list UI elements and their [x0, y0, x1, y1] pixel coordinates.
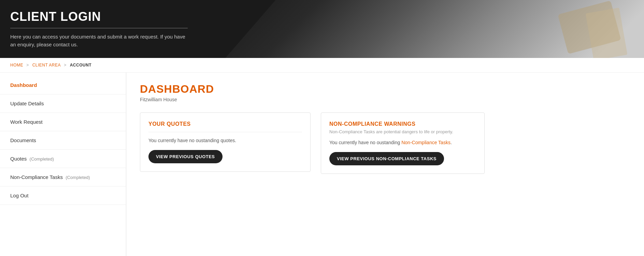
- dashboard-title: DASHBOARD: [140, 83, 630, 95]
- sidebar-item-quotes-label: Quotes: [10, 156, 27, 162]
- sidebar-item-dashboard-label: Dashboard: [10, 82, 37, 88]
- breadcrumb-home[interactable]: HOME: [10, 63, 23, 67]
- sidebar-item-non-compliance-label: Non-Compliance Tasks: [10, 174, 63, 180]
- header-subtitle: Here you can access your documents and s…: [10, 33, 188, 48]
- quotes-card: YOUR QUOTES You currently have no oustan…: [140, 112, 311, 172]
- sidebar-item-non-compliance[interactable]: Non-Compliance Tasks (Completed): [0, 168, 126, 186]
- sidebar-item-update-details-label: Update Details: [10, 101, 44, 106]
- sidebar-item-quotes[interactable]: Quotes (Completed): [0, 150, 126, 168]
- sidebar-item-logout-label: Log Out: [10, 193, 28, 198]
- sidebar-item-dashboard[interactable]: Dashboard: [0, 76, 126, 94]
- view-previous-non-compliance-button[interactable]: VIEW PREVIOUS NON-COMPLIANCE TASKS: [329, 152, 444, 165]
- header-image: [225, 0, 644, 58]
- header-divider: [10, 28, 188, 28]
- sidebar-item-documents[interactable]: Documents: [0, 131, 126, 150]
- sidebar-item-work-request-label: Work Request: [10, 119, 43, 125]
- non-compliance-card-title: NON-COMPLIANCE WARNINGS: [329, 121, 476, 127]
- dashboard-subtitle: Fitzwilliam House: [140, 97, 630, 102]
- view-previous-quotes-button[interactable]: VIEW PREVIOUS QUOTES: [148, 150, 223, 163]
- non-compliance-card-desc: Non-Compliance Tasks are potential dange…: [329, 129, 476, 134]
- breadcrumb-client-area[interactable]: CLIENT AREA: [32, 63, 61, 67]
- sidebar-item-work-request[interactable]: Work Request: [0, 113, 126, 131]
- non-compliance-card-message: You currently have no oustanding Non-Com…: [329, 140, 476, 145]
- quotes-card-message: You currently have no oustanding quotes.: [148, 138, 302, 143]
- sidebar-item-quotes-badge: (Completed): [30, 156, 54, 162]
- non-compliance-message-suffix: .: [450, 140, 452, 145]
- breadcrumb-current: ACCOUNT: [70, 63, 92, 67]
- main-layout: Dashboard Update Details Work Request Do…: [0, 73, 644, 256]
- header-title: CLIENT LOGIN: [10, 10, 188, 24]
- non-compliance-message-prefix: You currently have no oustanding: [329, 140, 401, 145]
- sidebar: Dashboard Update Details Work Request Do…: [0, 73, 126, 256]
- breadcrumb: HOME > CLIENT AREA > ACCOUNT: [0, 58, 644, 73]
- breadcrumb-sep-1: >: [26, 63, 30, 67]
- header: CLIENT LOGIN Here you can access your do…: [0, 0, 644, 58]
- non-compliance-card: NON-COMPLIANCE WARNINGS Non-Compliance T…: [321, 112, 485, 174]
- sidebar-item-non-compliance-badge: (Completed): [66, 175, 90, 180]
- main-content: DASHBOARD Fitzwilliam House YOUR QUOTES …: [126, 73, 644, 256]
- sidebar-item-update-details[interactable]: Update Details: [0, 94, 126, 113]
- non-compliance-tasks-link[interactable]: Non-Compliance Tasks: [401, 140, 450, 145]
- sidebar-item-logout[interactable]: Log Out: [0, 186, 126, 205]
- quotes-card-title: YOUR QUOTES: [148, 121, 302, 132]
- sidebar-item-documents-label: Documents: [10, 137, 36, 143]
- cards-row: YOUR QUOTES You currently have no oustan…: [140, 112, 630, 174]
- header-text-block: CLIENT LOGIN Here you can access your do…: [0, 0, 198, 55]
- breadcrumb-sep-2: >: [64, 63, 68, 67]
